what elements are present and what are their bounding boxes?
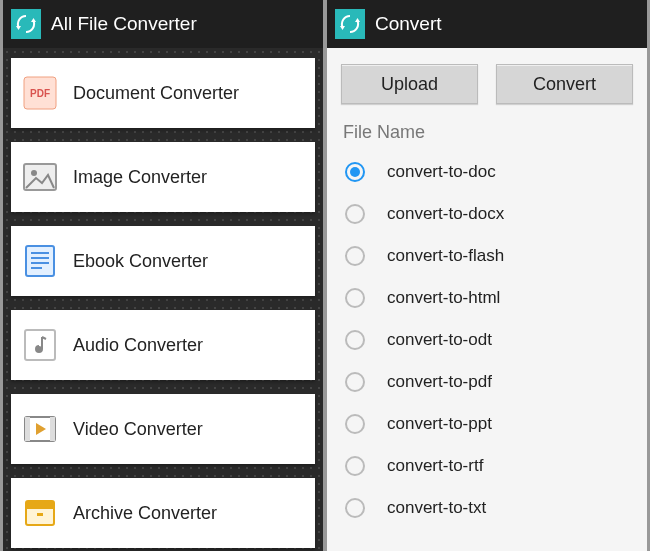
format-label: convert-to-ppt xyxy=(387,414,492,434)
format-option[interactable]: convert-to-odt xyxy=(335,319,639,361)
svg-point-5 xyxy=(31,170,37,176)
svg-marker-22 xyxy=(355,18,360,22)
svg-rect-11 xyxy=(25,330,55,360)
convert-button[interactable]: Convert xyxy=(496,64,633,104)
radio-icon xyxy=(345,498,365,518)
format-label: convert-to-flash xyxy=(387,246,504,266)
header-bar: All File Converter xyxy=(3,0,323,48)
category-item-video[interactable]: Video Converter xyxy=(11,394,315,464)
header-bar: Convert xyxy=(327,0,647,48)
format-option[interactable]: convert-to-docx xyxy=(335,193,639,235)
format-option[interactable]: convert-to-pdf xyxy=(335,361,639,403)
category-label: Archive Converter xyxy=(73,503,217,524)
format-label: convert-to-odt xyxy=(387,330,492,350)
svg-rect-15 xyxy=(50,417,55,441)
category-item-ebook[interactable]: Ebook Converter xyxy=(11,226,315,296)
svg-rect-20 xyxy=(37,513,43,516)
category-label: Document Converter xyxy=(73,83,239,104)
format-option[interactable]: convert-to-ppt xyxy=(335,403,639,445)
screen-convert: Convert Upload Convert File Name convert… xyxy=(327,0,647,551)
format-radio-list: convert-to-doc convert-to-docx convert-t… xyxy=(327,151,647,529)
pdf-icon: PDF xyxy=(21,74,59,112)
radio-icon xyxy=(345,372,365,392)
category-label: Ebook Converter xyxy=(73,251,208,272)
screen-all-file-converter: All File Converter PDF Document Converte… xyxy=(3,0,323,551)
svg-point-12 xyxy=(36,346,42,352)
category-item-audio[interactable]: Audio Converter xyxy=(11,310,315,380)
section-label: File Name xyxy=(327,114,647,151)
format-label: convert-to-docx xyxy=(387,204,504,224)
format-label: convert-to-rtf xyxy=(387,456,483,476)
svg-text:PDF: PDF xyxy=(30,88,50,99)
category-label: Audio Converter xyxy=(73,335,203,356)
radio-icon xyxy=(345,162,365,182)
convert-button-label: Convert xyxy=(533,74,596,95)
app-icon xyxy=(335,9,365,39)
format-option[interactable]: convert-to-html xyxy=(335,277,639,319)
category-label: Image Converter xyxy=(73,167,207,188)
format-label: convert-to-doc xyxy=(387,162,496,182)
category-label: Video Converter xyxy=(73,419,203,440)
format-option[interactable]: convert-to-rtf xyxy=(335,445,639,487)
format-option[interactable]: convert-to-flash xyxy=(335,235,639,277)
svg-rect-19 xyxy=(26,501,54,509)
category-item-document[interactable]: PDF Document Converter xyxy=(11,58,315,128)
header-title: All File Converter xyxy=(51,13,197,35)
category-item-image[interactable]: Image Converter xyxy=(11,142,315,212)
format-option[interactable]: convert-to-txt xyxy=(335,487,639,529)
radio-icon xyxy=(345,456,365,476)
video-icon xyxy=(21,410,59,448)
format-option[interactable]: convert-to-doc xyxy=(335,151,639,193)
category-list: PDF Document Converter Image Converter xyxy=(3,48,323,548)
format-label: convert-to-txt xyxy=(387,498,486,518)
upload-button-label: Upload xyxy=(381,74,438,95)
button-row: Upload Convert xyxy=(327,48,647,114)
image-icon xyxy=(21,158,59,196)
ebook-icon xyxy=(21,242,59,280)
header-title: Convert xyxy=(375,13,442,35)
radio-icon xyxy=(345,414,365,434)
format-label: convert-to-pdf xyxy=(387,372,492,392)
radio-icon xyxy=(345,204,365,224)
upload-button[interactable]: Upload xyxy=(341,64,478,104)
radio-icon xyxy=(345,330,365,350)
archive-icon xyxy=(21,494,59,532)
svg-marker-21 xyxy=(340,26,345,30)
audio-icon xyxy=(21,326,59,364)
svg-rect-6 xyxy=(26,246,54,276)
radio-icon xyxy=(345,288,365,308)
category-item-archive[interactable]: Archive Converter xyxy=(11,478,315,548)
svg-rect-14 xyxy=(25,417,30,441)
format-label: convert-to-html xyxy=(387,288,500,308)
app-icon xyxy=(11,9,41,39)
svg-marker-1 xyxy=(31,18,36,22)
radio-icon xyxy=(345,246,365,266)
svg-marker-0 xyxy=(16,26,21,30)
